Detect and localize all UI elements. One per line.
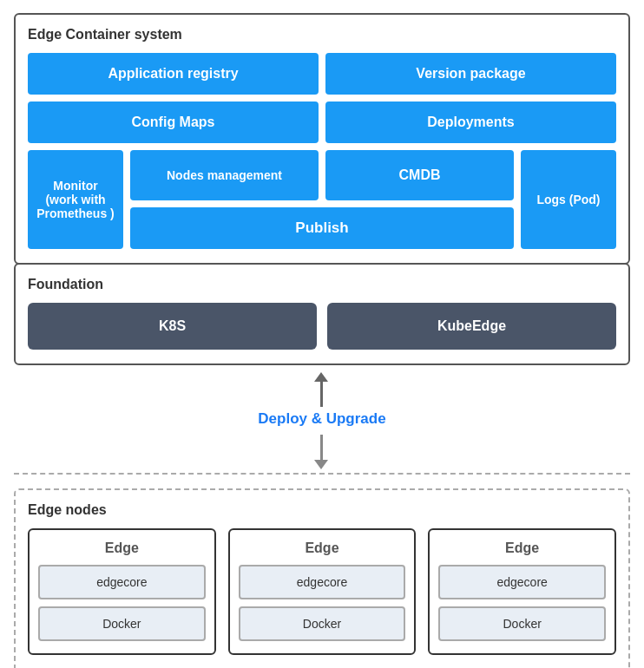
middle-col: Nodes management CMDB Publish	[130, 150, 514, 249]
deployments-button[interactable]: Deployments	[325, 102, 616, 143]
edgecore-3-button[interactable]: edgecore	[438, 565, 606, 599]
deploy-upgrade-label: Deploy & Upgrade	[258, 407, 385, 431]
edge-container-title: Edge Container system	[28, 27, 616, 43]
diagram: Edge Container system Application regist…	[14, 13, 630, 668]
edge-node-3: Edge edgecore Docker	[428, 528, 616, 655]
edge-nodes-section: Edge nodes Edge edgecore Docker Edge edg…	[14, 488, 630, 668]
edgecore-1-button[interactable]: edgecore	[38, 565, 206, 599]
publish-button[interactable]: Publish	[130, 207, 514, 249]
docker-2-button[interactable]: Docker	[239, 606, 406, 641]
cmdb-button[interactable]: CMDB	[325, 150, 514, 200]
second-row: Config Maps Deployments	[28, 102, 616, 143]
edgecore-2-button[interactable]: edgecore	[239, 565, 406, 599]
top-row: Application registry Version package	[28, 53, 616, 95]
bottom-row: Monitor (work with Prometheus ) Nodes ma…	[28, 150, 616, 249]
edge-node-1-title: Edge	[38, 540, 206, 556]
arrow-section: Deploy & Upgrade	[14, 365, 630, 485]
kubeedge-button[interactable]: KubeEdge	[327, 303, 616, 350]
monitor-button[interactable]: Monitor (work with Prometheus )	[28, 150, 123, 249]
edge-node-1: Edge edgecore Docker	[28, 528, 216, 655]
edge-node-3-title: Edge	[438, 540, 606, 556]
config-maps-button[interactable]: Config Maps	[28, 102, 319, 143]
edge-node-2: Edge edgecore Docker	[228, 528, 417, 655]
edge-nodes-grid: Edge edgecore Docker Edge edgecore Docke…	[28, 528, 616, 655]
edge-nodes-title: Edge nodes	[28, 502, 616, 518]
docker-1-button[interactable]: Docker	[38, 606, 206, 641]
nodes-cmdb-row: Nodes management CMDB	[130, 150, 514, 200]
nodes-management-button[interactable]: Nodes management	[130, 150, 319, 200]
k8s-button[interactable]: K8S	[28, 303, 317, 350]
docker-3-button[interactable]: Docker	[438, 606, 606, 641]
edge-container-section: Edge Container system Application regist…	[14, 13, 630, 265]
logs-pod-button[interactable]: Logs (Pod)	[521, 150, 616, 249]
foundation-grid: K8S KubeEdge	[28, 303, 616, 350]
edge-node-2-title: Edge	[239, 540, 406, 556]
dashed-divider	[14, 473, 630, 475]
app-registry-button[interactable]: Application registry	[28, 53, 319, 95]
foundation-title: Foundation	[28, 277, 616, 292]
foundation-section: Foundation K8S KubeEdge	[14, 263, 630, 365]
version-package-button[interactable]: Version package	[325, 53, 616, 95]
